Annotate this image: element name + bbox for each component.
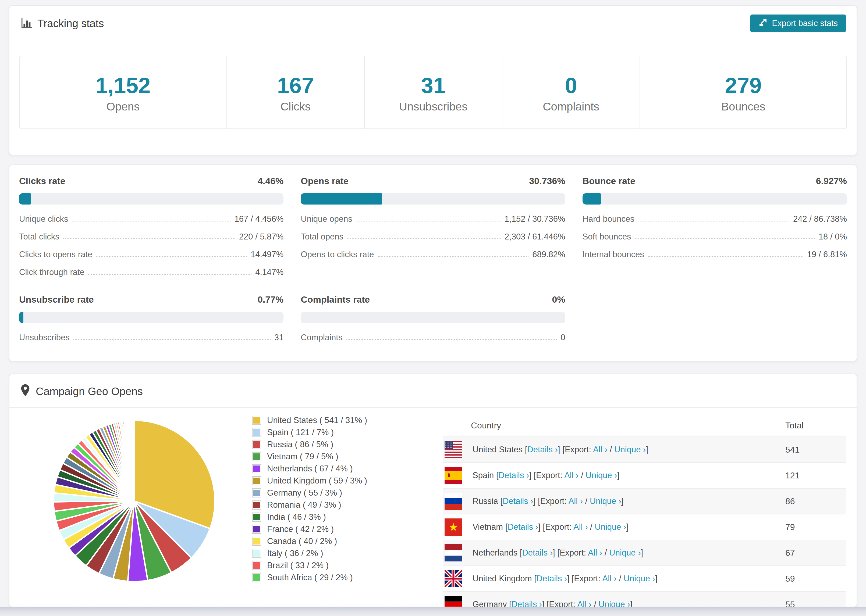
country-name: Russia [472, 497, 498, 506]
de-flag-icon [444, 596, 462, 607]
pie-slice [134, 420, 134, 501]
rate-item-value: 14.497% [251, 250, 283, 259]
country-details-link[interactable]: Details › [507, 522, 538, 532]
rate-panel-title: Opens rate [301, 176, 348, 186]
country-details-link[interactable]: Details › [537, 574, 567, 583]
rate-panel-value: 0% [552, 294, 565, 305]
stat-cell-opens: 1,152Opens [20, 56, 227, 129]
rate-item-value: 2,303 / 61.446% [505, 232, 565, 242]
country-details-link[interactable]: Details › [522, 548, 553, 558]
country-export-unique-link[interactable]: Unique › [624, 574, 655, 583]
bottom-scroll-band [0, 607, 866, 616]
bar-chart-icon [20, 17, 33, 30]
country-export-all-link[interactable]: All › [573, 522, 587, 532]
geo-total-cell: 59 [785, 574, 846, 584]
legend-swatch [252, 452, 261, 461]
rate-item: Opens to clicks rate689.82% [301, 250, 565, 259]
country-export-all-link[interactable]: All › [593, 445, 607, 454]
legend-item: South Africa ( 29 / 2% ) [252, 573, 367, 582]
rate-item-label: Unsubscribes [19, 333, 70, 343]
legend-item: Vietnam ( 79 / 5% ) [252, 452, 367, 462]
legend-swatch [252, 500, 261, 509]
rate-item: Total opens2,303 / 61.446% [301, 232, 565, 242]
stat-label: Complaints [502, 100, 639, 113]
rate-item-value: 220 / 5.87% [239, 232, 283, 242]
geo-table-row: Germany [Details ›] [Export: All › / Uni… [443, 591, 846, 607]
dotted-leader [638, 221, 789, 222]
geo-table-row-main: United Kingdom [Details ›] [Export: All … [443, 570, 785, 587]
rate-item-value: 18 / 0% [819, 232, 847, 242]
country-export-all-link[interactable]: All › [588, 548, 602, 558]
export-button-label: Export basic stats [772, 19, 838, 28]
country-details-link[interactable]: Details › [527, 445, 558, 454]
geo-table-row-main: Russia [Details ›] [Export: All › / Uniq… [443, 493, 785, 510]
country-export-unique-link[interactable]: Unique › [586, 471, 617, 480]
rate-progress-bar [19, 312, 283, 323]
geo-total-cell: 121 [785, 471, 846, 481]
legend-item: Germany ( 55 / 3% ) [252, 488, 367, 498]
legend-item: Canada ( 40 / 2% ) [252, 536, 367, 546]
rate-progress-fill [583, 193, 601, 204]
rate-panel-clicks-rate: Clicks rate4.46%Unique clicks167 / 4.456… [19, 176, 283, 285]
dotted-leader [378, 256, 529, 257]
tracking-stats-title: Tracking stats [20, 17, 104, 30]
legend-item: India ( 46 / 3% ) [252, 512, 367, 522]
geo-opens-title: Campaign Geo Opens [36, 385, 143, 398]
legend-item: Spain ( 121 / 7% ) [252, 427, 367, 437]
stat-cell-complaints: 0Complaints [502, 56, 639, 129]
rate-item-label: Complaints [301, 333, 342, 343]
country-details-link[interactable]: Details › [499, 471, 529, 480]
stat-value: 1,152 [20, 74, 227, 96]
rate-panel-value: 6.927% [816, 176, 847, 186]
country-export-all-link[interactable]: All › [577, 600, 591, 607]
rate-item-value: 0 [561, 333, 565, 343]
country-name: Vietnam [472, 522, 503, 532]
rate-item-label: Hard bounces [583, 214, 635, 224]
legend-swatch [252, 537, 261, 546]
rate-panel-head: Clicks rate4.46% [19, 176, 283, 186]
legend-swatch [252, 440, 261, 449]
legend-label: Romania ( 49 / 3% ) [267, 500, 341, 510]
geo-country-cell: Germany [Details ›] [Export: All › / Uni… [472, 600, 632, 607]
country-export-unique-link[interactable]: Unique › [609, 548, 641, 558]
rate-item-label: Total opens [301, 232, 343, 242]
gb-flag-icon [444, 570, 462, 587]
country-export-all-link[interactable]: All › [564, 471, 578, 480]
country-export-all-link[interactable]: All › [568, 497, 583, 506]
geo-opens-header: Campaign Geo Opens [9, 374, 857, 408]
stat-label: Opens [20, 100, 227, 113]
country-export-unique-link[interactable]: Unique › [595, 522, 626, 532]
rate-items: Hard bounces242 / 86.738%Soft bounces18 … [583, 214, 847, 259]
dotted-leader [648, 256, 803, 257]
legend-item: United Kingdom ( 59 / 3% ) [252, 476, 367, 486]
export-basic-stats-button[interactable]: Export basic stats [750, 14, 846, 32]
rate-item: Clicks to opens rate14.497% [19, 250, 283, 259]
es-flag-icon [444, 467, 462, 484]
tracking-stats-card: Tracking stats Export basic stats 1,152O… [9, 5, 857, 156]
rate-item: Unsubscribes31 [19, 333, 283, 343]
legend-label: United Kingdom ( 59 / 3% ) [267, 476, 367, 486]
rate-items: Complaints0 [301, 333, 565, 343]
legend-label: France ( 42 / 2% ) [267, 524, 334, 534]
country-details-link[interactable]: Details › [503, 497, 533, 506]
legend-swatch [252, 416, 261, 425]
country-export-unique-link[interactable]: Unique › [590, 497, 621, 506]
stat-value: 31 [365, 74, 502, 96]
country-export-all-link[interactable]: All › [602, 574, 616, 583]
rate-panel-value: 30.736% [529, 176, 565, 186]
country-details-link[interactable]: Details › [512, 600, 542, 607]
rate-progress-fill [19, 312, 24, 323]
country-export-unique-link[interactable]: Unique › [614, 445, 646, 454]
geo-country-cell: United States [Details ›] [Export: All ›… [472, 445, 648, 454]
dotted-leader [346, 339, 557, 340]
rate-items: Unsubscribes31 [19, 333, 283, 343]
tracking-stats-header: Tracking stats Export basic stats [9, 6, 857, 32]
rate-item-value: 1,152 / 30.736% [505, 214, 565, 224]
legend-swatch [252, 464, 261, 473]
nl-flag-icon [444, 544, 462, 561]
dotted-leader [88, 274, 252, 275]
map-pin-icon [20, 384, 30, 399]
country-export-unique-link[interactable]: Unique › [599, 600, 630, 607]
rate-progress-bar [301, 312, 565, 323]
rate-item: Complaints0 [301, 333, 565, 343]
